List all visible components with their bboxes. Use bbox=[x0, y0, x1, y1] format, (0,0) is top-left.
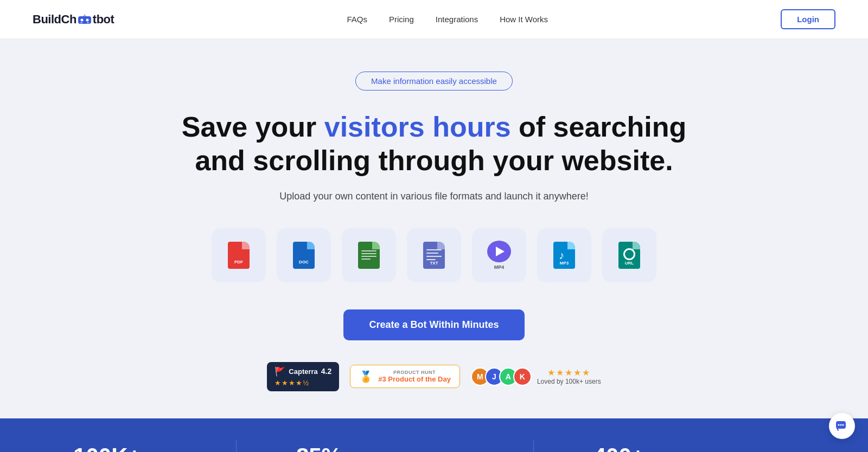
capterra-stars: ★★★★½ bbox=[275, 379, 309, 387]
hero-title: Save your visitors hours of searching an… bbox=[163, 110, 705, 178]
main-nav: FAQs Pricing Integrations How It Works bbox=[347, 15, 548, 24]
stat-users-number: 400+ bbox=[593, 443, 645, 452]
chat-widget-icon bbox=[835, 419, 849, 433]
capterra-badge: 🚩 Capterra 4.2 ★★★★½ bbox=[267, 362, 339, 391]
svg-point-2 bbox=[86, 18, 88, 21]
svg-point-10 bbox=[843, 424, 844, 426]
svg-rect-6 bbox=[87, 22, 89, 23]
logo[interactable]: BuildCh tbot bbox=[33, 12, 114, 27]
sheets-icon bbox=[356, 241, 382, 270]
svg-rect-5 bbox=[80, 22, 82, 23]
svg-point-9 bbox=[840, 424, 842, 426]
stats-section: 100K+ Visitors 85% Increase in Visitors … bbox=[0, 418, 868, 452]
svg-point-8 bbox=[838, 424, 840, 426]
svg-point-1 bbox=[80, 18, 83, 21]
users-badge: M J A K ★★★★★ Loved by 100k+ users bbox=[471, 367, 601, 386]
hero-title-before: Save your bbox=[182, 111, 324, 143]
product-hunt-content: PRODUCT HUNT #3 Product of the Day bbox=[378, 370, 451, 383]
file-icon-pdf: PDF bbox=[212, 228, 266, 282]
users-info: ★★★★★ Loved by 100k+ users bbox=[537, 367, 601, 385]
logo-text-after: tbot bbox=[93, 12, 114, 27]
stat-visitors-number: 100K+ bbox=[73, 443, 141, 452]
capterra-score: 4.2 bbox=[321, 367, 331, 376]
chat-widget[interactable] bbox=[829, 413, 855, 439]
svg-rect-0 bbox=[78, 16, 91, 24]
file-formats-row: PDF DOC bbox=[212, 228, 656, 282]
capterra-flag-icon: 🚩 bbox=[275, 366, 285, 377]
stat-divider-1 bbox=[236, 440, 237, 452]
hero-subtitle: Upload your own content in various file … bbox=[279, 191, 588, 202]
stat-users: 400+ Registered Users Trust Build Chatbo… bbox=[593, 443, 795, 452]
mp4-icon: MP4 bbox=[486, 241, 512, 270]
social-proof-row: 🚩 Capterra 4.2 ★★★★½ 🏅 PRODUCT HUNT #3 P… bbox=[267, 362, 601, 391]
nav-pricing[interactable]: Pricing bbox=[389, 15, 414, 24]
login-button[interactable]: Login bbox=[781, 9, 835, 29]
nav-integrations[interactable]: Integrations bbox=[436, 15, 478, 24]
product-hunt-label: PRODUCT HUNT bbox=[378, 370, 451, 375]
stat-engagement: 85% Increase in Visitors Engagement bbox=[296, 443, 474, 452]
product-hunt-title: #3 Product of the Day bbox=[378, 375, 451, 383]
stat-visitors: 100K+ Visitors bbox=[73, 443, 176, 452]
nav-faqs[interactable]: FAQs bbox=[347, 15, 367, 24]
users-stars: ★★★★★ bbox=[537, 367, 601, 378]
hero-title-highlight: visitors hours bbox=[324, 111, 511, 143]
svg-point-4 bbox=[84, 14, 85, 16]
file-icon-sheets bbox=[342, 228, 396, 282]
product-hunt-badge: 🏅 PRODUCT HUNT #3 Product of the Day bbox=[350, 365, 460, 388]
stat-engagement-number: 85% bbox=[296, 443, 342, 452]
pdf-icon: PDF bbox=[226, 241, 252, 270]
mp3-icon: ♪ MP3 bbox=[551, 241, 577, 270]
users-loved-label: Loved by 100k+ users bbox=[537, 378, 601, 385]
product-hunt-medal-icon: 🏅 bbox=[359, 370, 373, 383]
capterra-name: Capterra bbox=[289, 367, 317, 376]
txt-icon: TXT bbox=[421, 241, 447, 270]
hero-section: Make information easily accessible Save … bbox=[0, 39, 868, 418]
stat-divider-2 bbox=[533, 440, 534, 452]
user-avatars: M J A K bbox=[471, 367, 532, 386]
pill-badge: Make information easily accessible bbox=[355, 72, 513, 91]
file-icon-txt: TXT bbox=[407, 228, 461, 282]
file-icon-doc: DOC bbox=[277, 228, 331, 282]
nav-how-it-works[interactable]: How It Works bbox=[500, 15, 548, 24]
avatar-4: K bbox=[513, 367, 532, 386]
file-icon-mp3: ♪ MP3 bbox=[537, 228, 591, 282]
file-icon-mp4: MP4 bbox=[472, 228, 526, 282]
doc-icon: DOC bbox=[291, 241, 317, 270]
logo-bot-icon bbox=[77, 14, 92, 25]
header: BuildCh tbot FAQs Pricing Integrations H… bbox=[0, 0, 868, 39]
cta-button[interactable]: Create a Bot Within Minutes bbox=[343, 309, 525, 340]
file-icon-url: URL bbox=[602, 228, 656, 282]
url-icon: URL bbox=[616, 241, 642, 270]
logo-text-before: BuildCh bbox=[33, 12, 76, 27]
